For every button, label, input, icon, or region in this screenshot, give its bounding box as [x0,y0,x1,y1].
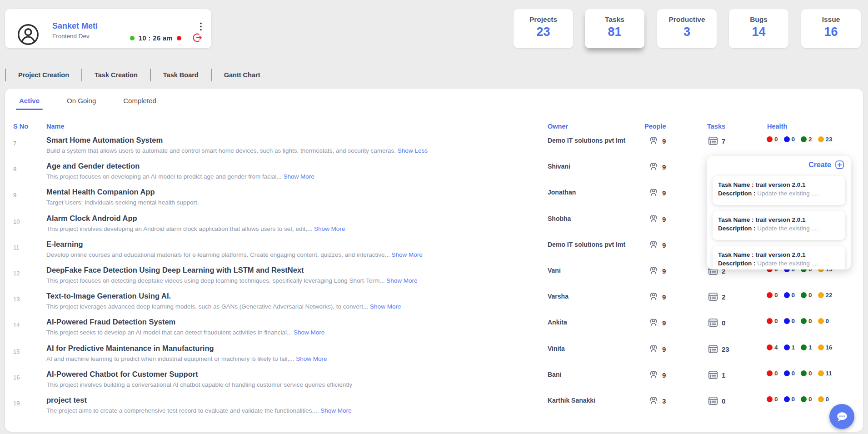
project-title[interactable]: Alarm Clock Android App [46,213,345,223]
nav-item[interactable]: Task Board [150,69,211,81]
project-title[interactable]: Age and Gender detection [46,161,314,171]
health-dot-icon [767,292,773,298]
tab[interactable]: On Going [67,97,96,110]
row-number: 10 [13,218,20,225]
health-dot-icon [767,370,773,376]
project-title[interactable]: AI for Predictive Maintenance in Manufac… [46,343,327,353]
people-group-icon [648,317,659,329]
tasks-cell[interactable]: 23 [707,343,729,355]
nav-item[interactable]: Gantt Chart [211,69,273,81]
attendance-status: 10 : 26 am [130,35,181,42]
project-title[interactable]: AI-Powered Fraud Detection System [46,317,324,327]
health-dot-icon [784,318,790,324]
health-indicator: 2 [801,136,812,143]
health-count: 0 [792,318,795,324]
task-card[interactable]: Task Name : trail version 2.0.1 Descript… [713,246,845,269]
project-title[interactable]: DeepFake Face Detection Using Deep Learn… [46,265,418,275]
health-dot-icon [784,344,790,350]
stat-card[interactable]: Productive 3 [657,9,717,48]
profile-card: Sanket Meti Frontend Dev 10 : 26 am [5,9,211,48]
tasks-count: 0 [722,397,725,405]
project-title[interactable]: Mental Health Companion App [46,187,199,197]
health-count: 0 [826,318,829,324]
row-number: 14 [13,322,20,329]
row-number: 8 [13,166,16,173]
task-card[interactable]: Task Name : trail version 2.0.1 Descript… [713,211,845,240]
people-cell[interactable]: 9 [648,343,666,355]
stat-value: 16 [801,25,861,39]
people-cell[interactable]: 9 [648,187,666,199]
show-more-link[interactable]: Show More [391,251,422,258]
stat-card[interactable]: Bugs 14 [729,9,788,48]
project-title[interactable]: E-learning [46,239,423,249]
health-indicator: 16 [818,344,833,351]
people-cell[interactable]: 3 [648,395,666,407]
stat-card[interactable]: Projects 23 [514,9,573,48]
health-cell: 0 0 0 22 [767,292,833,299]
project-name-cell: Smart Home Automation System Build a sys… [46,135,428,155]
health-count: 0 [792,396,795,403]
tasks-cell[interactable]: 0 [707,317,725,329]
show-more-link[interactable]: Show More [284,173,314,180]
health-indicator: 0 [818,396,829,403]
nav-item[interactable]: Task Creation [81,69,150,81]
project-title[interactable]: project test [46,395,352,405]
health-cell: 0 0 0 11 [767,370,832,377]
health-dot-icon [767,136,773,142]
people-group-icon [648,343,659,355]
clock-out-dot-icon [177,36,181,40]
people-cell[interactable]: 9 [648,265,666,277]
task-list-icon [707,317,719,329]
health-dot-icon [784,396,790,402]
show-more-link[interactable]: Show More [294,329,324,336]
health-dot-icon [784,292,790,298]
owner-cell: Shivani [548,163,570,170]
people-count: 9 [662,345,666,353]
people-cell[interactable]: 9 [648,317,666,329]
row-number: 15 [13,348,20,355]
show-more-link[interactable]: Show More [386,277,417,284]
health-indicator: 0 [784,318,795,324]
table-row: 14 AI-Powered Fraud Detection System Thi… [5,316,863,342]
project-title[interactable]: Text-to-Image Generation Using AI. [46,291,401,301]
show-more-link[interactable]: Show Less [398,147,428,154]
tasks-cell[interactable]: 2 [707,291,725,303]
create-task-button[interactable]: Create [808,160,844,170]
people-cell[interactable]: 9 [648,161,666,173]
row-number: 13 [13,296,20,303]
stat-label: Tasks [585,15,644,24]
people-cell[interactable]: 9 [648,213,666,225]
project-title[interactable]: AI-Powered Chatbot for Customer Support [46,369,352,379]
show-more-link[interactable]: Show More [370,303,401,310]
stat-card[interactable]: Issue 16 [801,9,861,48]
people-cell[interactable]: 9 [648,291,666,303]
health-count: 0 [808,292,812,299]
owner-cell: Vinita [548,345,565,352]
health-indicator: 0 [767,292,778,299]
chat-fab-button[interactable] [829,404,854,429]
kebab-menu-icon[interactable] [197,21,205,33]
project-description: This project involves developing an Andr… [46,225,345,233]
logout-icon[interactable] [191,32,203,44]
health-indicator: 0 [784,370,795,377]
chat-bubble-icon [835,409,849,424]
people-cell[interactable]: 9 [648,239,666,251]
health-dot-icon [784,370,790,376]
show-more-link[interactable]: Show More [296,355,327,362]
tasks-count: 1 [722,371,725,379]
nav-item[interactable]: Project Creation [5,69,81,81]
show-more-link[interactable]: Show More [320,407,351,414]
task-card[interactable]: Task Name : trail version 2.0.1 Descript… [713,176,845,205]
stat-card[interactable]: Tasks 81 [585,9,644,48]
tasks-cell[interactable]: 1 [707,369,725,381]
tasks-cell[interactable]: 7 [707,135,725,147]
health-indicator: 0 [801,370,812,377]
tab[interactable]: Completed [123,97,156,110]
row-number: 19 [13,400,20,407]
tasks-cell[interactable]: 0 [707,395,725,407]
show-more-link[interactable]: Show More [314,225,345,232]
people-cell[interactable]: 9 [648,369,666,381]
tab[interactable]: Active [19,97,40,110]
project-title[interactable]: Smart Home Automation System [46,135,428,145]
people-cell[interactable]: 9 [648,135,666,147]
